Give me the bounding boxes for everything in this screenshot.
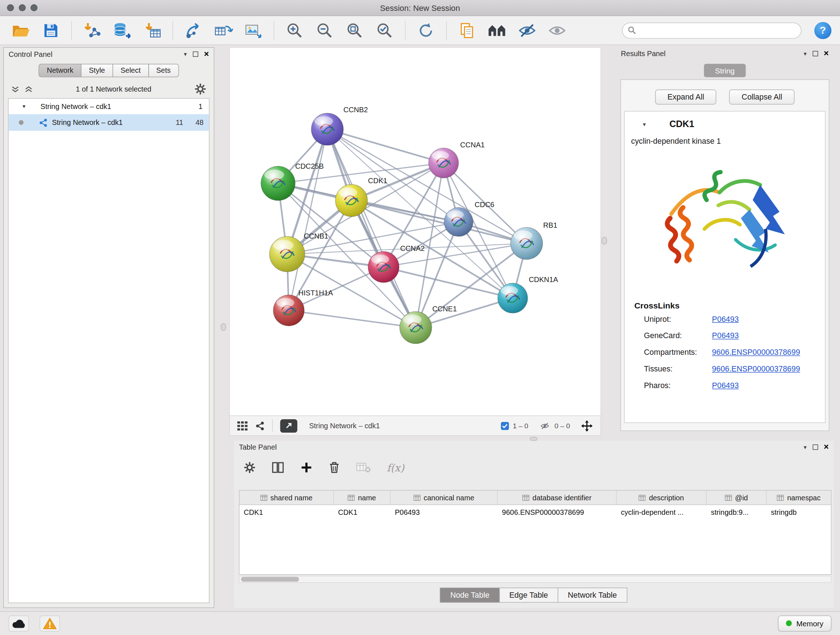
import-network-from-database-button[interactable] <box>110 19 134 42</box>
import-table-from-file-button[interactable] <box>140 19 164 42</box>
left-splitter-handle[interactable] <box>221 323 226 331</box>
protein-section-caret[interactable]: ▾ <box>643 121 646 127</box>
control-panel-collapse-button[interactable]: ▾ <box>184 51 187 57</box>
gear-icon[interactable] <box>195 83 207 95</box>
birdseye-view-button[interactable] <box>485 19 509 42</box>
network-share-icon[interactable] <box>256 421 264 430</box>
show-graphics-details-button[interactable] <box>545 19 569 42</box>
collapse-all-button[interactable]: Collapse All <box>729 89 794 104</box>
tab-node-table[interactable]: Node Table <box>440 587 500 602</box>
zoom-selected-button[interactable] <box>372 19 397 42</box>
crosslink-link-pharos[interactable]: P06493 <box>712 381 739 390</box>
table-panel-float-button[interactable] <box>813 445 818 450</box>
right-splitter-handle[interactable] <box>602 237 607 245</box>
node-CCNE1[interactable] <box>400 311 432 344</box>
open-session-button[interactable] <box>9 19 33 42</box>
bottom-splitter-handle[interactable] <box>530 437 538 440</box>
results-panel-collapse-button[interactable]: ▾ <box>804 51 807 57</box>
column-header-name[interactable]: name <box>334 491 391 505</box>
node-CCNA1[interactable] <box>429 148 459 178</box>
column-header-database-identifier[interactable]: database identifier <box>498 491 617 505</box>
hidden-eye-slash-icon[interactable] <box>539 422 551 430</box>
crosslink-link-compartments[interactable]: 9606.ENSP00000378699 <box>712 348 800 356</box>
tree-caret-icon[interactable]: ▾ <box>22 103 25 109</box>
edge-CCNB2-HIST1H1A[interactable] <box>289 129 327 310</box>
tab-style[interactable]: Style <box>81 64 113 77</box>
export-image-button[interactable] <box>241 19 265 42</box>
scrollbar-thumb[interactable] <box>241 577 299 581</box>
tab-network[interactable]: Network <box>39 64 81 77</box>
column-header-at-id[interactable]: @id <box>706 491 767 505</box>
network-collection-row[interactable]: ▾ String Network – cdk1 1 <box>9 98 209 114</box>
tab-network-table[interactable]: Network Table <box>557 587 627 602</box>
crosslink-link-tissues[interactable]: 9606.ENSP00000378699 <box>712 364 800 373</box>
import-network-from-file-button[interactable] <box>80 19 104 42</box>
zoom-fit-button[interactable] <box>342 19 367 42</box>
column-header-shared-name[interactable]: shared name <box>240 491 334 505</box>
cell-namespace[interactable]: stringdb <box>767 505 831 519</box>
cell-name[interactable]: CDK1 <box>334 505 391 519</box>
new-network-from-selection-button[interactable] <box>181 19 206 42</box>
control-panel-float-button[interactable] <box>193 51 198 57</box>
column-header-description[interactable]: description <box>617 491 707 505</box>
node-CDC25B[interactable] <box>261 166 295 201</box>
node-CCNB1[interactable] <box>270 236 305 272</box>
table-horizontal-scrollbar[interactable] <box>239 576 831 583</box>
export-table-button[interactable] <box>211 19 235 42</box>
cloud-status-button[interactable] <box>9 615 29 631</box>
hide-graphics-details-button[interactable] <box>515 19 539 42</box>
network-canvas[interactable]: CCNB2CCNA1CDC25BCDK1CDC6RB1CCNB1CCNA2CDK… <box>229 47 601 415</box>
table-panel-collapse-button[interactable]: ▾ <box>804 444 807 450</box>
refresh-view-button[interactable] <box>414 19 438 42</box>
memory-button[interactable]: Memory <box>778 615 831 631</box>
table-row[interactable]: CDK1 CDK1 P06493 9606.ENSP00000378699 cy… <box>240 505 831 519</box>
search-input[interactable] <box>639 26 796 35</box>
table-gear-icon[interactable] <box>244 462 256 473</box>
collapse-all-tree-icon[interactable] <box>25 86 33 92</box>
node-CCNB2[interactable] <box>311 113 343 145</box>
warnings-button[interactable] <box>40 615 60 631</box>
zoom-window-button[interactable] <box>30 4 37 11</box>
cell-canonical-name[interactable]: P06493 <box>391 505 498 519</box>
copy-document-button[interactable] <box>455 19 479 42</box>
crosslink-link-uniprot[interactable]: P06493 <box>712 315 739 323</box>
tab-string[interactable]: String <box>704 64 746 77</box>
table-panel-close-button[interactable]: × <box>824 443 829 451</box>
zoom-in-button[interactable] <box>282 19 307 42</box>
edge-HIST1H1A-CCNE1[interactable] <box>289 310 416 327</box>
network-row-selected[interactable]: String Network – cdk1 11 48 <box>9 114 209 131</box>
pan-move-icon[interactable] <box>581 420 593 432</box>
tab-sets[interactable]: Sets <box>148 64 178 77</box>
cell-shared-name[interactable]: CDK1 <box>240 505 334 519</box>
edge-CCNB2-CCNE1[interactable] <box>327 129 416 328</box>
cell-database-identifier[interactable]: 9606.ENSP00000378699 <box>498 505 617 519</box>
node-CCNA2[interactable] <box>368 252 399 283</box>
help-button[interactable]: ? <box>814 22 831 39</box>
zoom-out-button[interactable] <box>312 19 337 42</box>
cell-at-id[interactable]: stringdb:9... <box>706 505 767 519</box>
column-header-namespace[interactable]: namespac <box>767 491 831 505</box>
results-panel-close-button[interactable]: × <box>824 49 829 58</box>
add-column-icon[interactable] <box>301 462 313 473</box>
edge-CCNB2-CCNA1[interactable] <box>327 129 444 163</box>
tab-select[interactable]: Select <box>112 64 149 77</box>
expand-all-tree-icon[interactable] <box>11 86 19 92</box>
results-panel-float-button[interactable] <box>813 51 818 57</box>
tab-edge-table[interactable]: Edge Table <box>499 587 558 602</box>
node-CDK1[interactable] <box>335 184 368 217</box>
delete-column-icon[interactable] <box>328 461 340 474</box>
selected-checkbox-icon[interactable] <box>501 422 509 430</box>
crosslink-link-genecard[interactable]: P06493 <box>712 331 739 340</box>
column-header-canonical-name[interactable]: canonical name <box>391 491 498 505</box>
open-in-new-window-button[interactable] <box>280 419 297 432</box>
node-CDC6[interactable] <box>444 207 473 236</box>
control-panel-close-button[interactable]: × <box>204 50 209 59</box>
minimize-window-button[interactable] <box>19 4 26 11</box>
close-window-button[interactable] <box>7 4 14 11</box>
save-session-button[interactable] <box>39 19 63 42</box>
cell-description[interactable]: cyclin-dependent ... <box>617 505 707 519</box>
grid-view-icon[interactable] <box>237 421 248 430</box>
node-CDKN1A[interactable] <box>498 283 528 313</box>
show-columns-icon[interactable] <box>272 462 285 473</box>
expand-all-button[interactable]: Expand All <box>655 89 717 104</box>
